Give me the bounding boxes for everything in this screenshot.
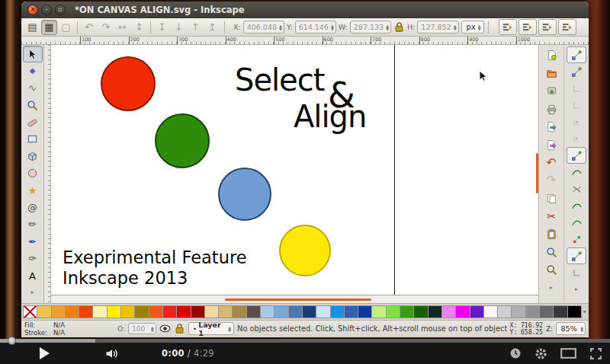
palette-scroll-icon[interactable]: ◂ <box>581 308 587 315</box>
rotate-ccw-button[interactable]: ↶ <box>81 20 97 35</box>
palette-swatch[interactable] <box>358 305 372 318</box>
snap-bbox-corners-button[interactable] <box>567 97 586 113</box>
units-dropdown[interactable]: px▲▼ <box>461 21 484 34</box>
palette-swatch[interactable] <box>344 305 358 318</box>
snap-paths-button[interactable] <box>567 164 586 180</box>
toolbox-more-icon[interactable]: ▸ <box>23 284 43 301</box>
green-circle[interactable] <box>155 113 210 168</box>
canvas-text-align[interactable]: Align <box>294 101 366 132</box>
canvas[interactable]: Select & Align Exeprimental Feature Inks… <box>51 45 538 303</box>
blue-circle[interactable] <box>218 168 271 221</box>
spinner-icon[interactable]: ▲▼ <box>279 24 282 30</box>
palette-swatch[interactable] <box>51 305 66 318</box>
fullscreen-button[interactable] <box>589 347 602 360</box>
close-button[interactable]: ✕ <box>27 5 38 15</box>
commands-more-icon[interactable]: ▸ <box>541 279 561 298</box>
cut-button[interactable]: ✂ <box>541 208 561 226</box>
palette-swatch[interactable] <box>288 305 303 318</box>
align-button-2[interactable] <box>518 19 537 35</box>
raise-to-top-button[interactable]: ↥ <box>204 20 220 35</box>
vertical-ruler[interactable] <box>44 45 51 303</box>
palette-swatch[interactable] <box>553 305 567 318</box>
palette-swatch[interactable] <box>92 305 107 318</box>
ellipse-tool[interactable] <box>23 165 43 182</box>
calligraphy-tool[interactable]: ✑ <box>23 251 43 267</box>
palette-swatch[interactable] <box>428 305 442 318</box>
undo-button[interactable]: ↶ <box>541 154 561 172</box>
layer-lock-icon[interactable] <box>174 323 185 334</box>
palette-swatch[interactable] <box>567 305 582 318</box>
canvas-caption[interactable]: Exeprimental Feature Inkscape 2013 <box>63 247 247 289</box>
select-all-layers-button[interactable]: ▦ <box>41 20 57 35</box>
snap-bbox-edges-button[interactable] <box>567 80 586 97</box>
red-circle[interactable] <box>101 56 156 111</box>
fill-stroke-indicator[interactable]: Fill:N/A Stroke:N/A <box>24 321 107 337</box>
opacity-field[interactable]: 100▲▼ <box>128 323 156 334</box>
palette-swatch[interactable] <box>386 305 400 318</box>
snap-page-border-button[interactable] <box>567 264 586 281</box>
volume-button[interactable] <box>104 348 120 359</box>
flip-vertical-button[interactable]: ↕ <box>131 20 147 35</box>
play-button[interactable] <box>40 347 50 359</box>
eraser-tool[interactable] <box>23 114 43 131</box>
w-field[interactable]: 287.133▲▼ <box>350 21 391 34</box>
palette-swatch[interactable] <box>260 305 274 318</box>
tweak-tool[interactable]: ∿ <box>23 80 43 97</box>
snap-toggle-button[interactable] <box>567 46 586 63</box>
snap-others-button[interactable] <box>567 247 586 264</box>
canvas-text-select[interactable]: Select <box>235 65 324 95</box>
snap-bbox-midpoints-button[interactable] <box>567 113 586 130</box>
palette-swatch[interactable] <box>302 305 316 318</box>
spinner-icon[interactable]: ▲▼ <box>331 24 334 30</box>
palette-swatch[interactable] <box>330 305 345 318</box>
horizontal-scrollbar-thumb[interactable] <box>225 299 371 301</box>
x-field[interactable]: 406.048▲▼ <box>243 21 284 34</box>
layer-visibility-icon[interactable] <box>159 323 171 334</box>
lower-button[interactable]: ↓ <box>171 20 187 35</box>
paste-button[interactable] <box>541 225 561 244</box>
palette-swatch[interactable] <box>274 305 288 318</box>
palette-swatch[interactable] <box>525 305 540 318</box>
palette-swatch[interactable] <box>371 305 386 318</box>
spinner-icon[interactable]: ▲▼ <box>454 24 457 30</box>
deselect-button[interactable]: ▢ <box>58 20 74 35</box>
horizontal-ruler[interactable]: 1002003004005006007008009001000 <box>21 37 589 45</box>
palette-swatch[interactable] <box>455 305 470 318</box>
palette-swatch[interactable] <box>483 305 498 318</box>
align-button-1[interactable] <box>499 19 517 35</box>
spinner-icon[interactable]: ▲▼ <box>228 326 231 332</box>
palette-swatch[interactable] <box>120 305 135 318</box>
zoom-drawing-button[interactable] <box>541 261 561 279</box>
export-button[interactable] <box>541 136 561 155</box>
palette-swatch[interactable] <box>413 305 428 318</box>
node-tool[interactable]: ◆ <box>23 62 43 79</box>
palette-swatch[interactable] <box>162 305 177 318</box>
snap-bbox-centers-button[interactable] <box>567 130 586 147</box>
settings-button[interactable] <box>535 347 547 360</box>
align-button-4[interactable] <box>558 19 576 35</box>
yellow-circle[interactable] <box>279 225 331 276</box>
select-all-button[interactable]: ▤ <box>24 20 40 35</box>
pencil-tool[interactable]: ✏ <box>23 216 43 233</box>
palette-swatch[interactable] <box>246 305 261 318</box>
spinner-icon[interactable]: ▲▼ <box>478 24 481 30</box>
palette-swatch[interactable] <box>107 305 121 318</box>
palette-swatch[interactable] <box>176 305 191 318</box>
palette-swatch[interactable] <box>191 305 205 318</box>
palette-swatch[interactable] <box>65 305 79 318</box>
palette-swatch[interactable] <box>539 305 554 318</box>
lock-ratio-icon[interactable] <box>393 21 405 33</box>
spinner-icon[interactable]: ▲▼ <box>151 326 154 332</box>
align-button-3[interactable] <box>538 19 557 35</box>
palette-swatch[interactable] <box>218 305 233 318</box>
import-button[interactable] <box>541 118 561 136</box>
palette-swatch[interactable] <box>497 305 512 318</box>
h-field[interactable]: 127.852▲▼ <box>417 21 458 34</box>
pen-tool[interactable]: ✒ <box>23 233 43 250</box>
spiral-tool[interactable]: @ <box>23 200 43 216</box>
maximize-button[interactable]: ▫ <box>55 5 66 15</box>
palette-swatch[interactable] <box>37 305 51 318</box>
y-field[interactable]: 614.146▲▼ <box>295 21 336 34</box>
snap-nodes-button[interactable] <box>567 147 586 164</box>
palette-swatch[interactable] <box>134 305 149 318</box>
